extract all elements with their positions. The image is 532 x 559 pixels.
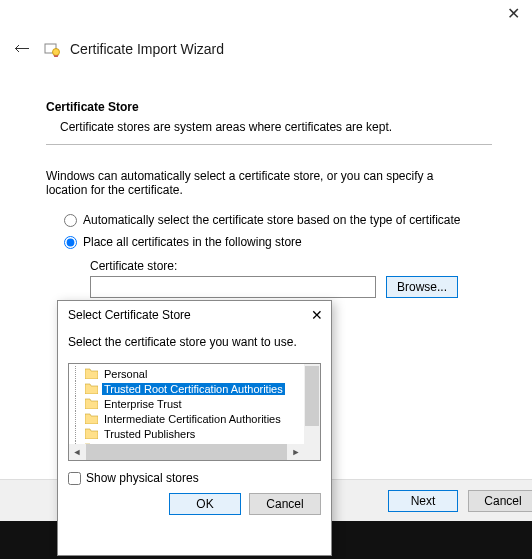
radio-auto-select[interactable]: Automatically select the certificate sto…	[64, 213, 492, 227]
store-tree[interactable]: PersonalTrusted Root Certification Autho…	[68, 363, 321, 461]
dialog-cancel-button[interactable]: Cancel	[249, 493, 321, 515]
dialog-description: Select the certificate store you want to…	[68, 335, 321, 349]
section-description: Certificate stores are system areas wher…	[60, 120, 492, 134]
certificate-store-label: Certificate store:	[90, 259, 492, 273]
section-title: Certificate Store	[46, 100, 492, 114]
show-physical-stores[interactable]: Show physical stores	[68, 471, 321, 485]
close-button[interactable]: ✕	[507, 4, 520, 23]
wizard-body: Certificate Store Certificate stores are…	[46, 100, 492, 298]
scroll-left-icon[interactable]: ◄	[69, 444, 85, 460]
dialog-titlebar: Select Certificate Store ✕	[58, 301, 331, 329]
folder-icon	[85, 413, 98, 424]
dialog-close-button[interactable]: ✕	[311, 307, 323, 323]
instruction-text: Windows can automatically select a certi…	[46, 169, 466, 197]
folder-icon	[85, 368, 98, 379]
certificate-wizard-icon	[44, 41, 60, 57]
svg-point-1	[53, 49, 60, 56]
show-physical-checkbox[interactable]	[68, 472, 81, 485]
dialog-ok-button[interactable]: OK	[169, 493, 241, 515]
dialog-title: Select Certificate Store	[68, 308, 191, 322]
radio-place-all[interactable]: Place all certificates in the following …	[64, 235, 492, 249]
wizard-header: 🡐 Certificate Import Wizard	[10, 38, 522, 60]
tree-item-label: Enterprise Trust	[102, 398, 184, 410]
tree-item[interactable]: Enterprise Trust	[75, 396, 302, 411]
certificate-store-input[interactable]	[90, 276, 376, 298]
wizard-title: Certificate Import Wizard	[70, 41, 224, 57]
radio-auto-label: Automatically select the certificate sto…	[83, 213, 461, 227]
tree-item[interactable]: Personal	[75, 366, 302, 381]
show-physical-label: Show physical stores	[86, 471, 199, 485]
browse-button[interactable]: Browse...	[386, 276, 458, 298]
tree-item-label: Intermediate Certification Authorities	[102, 413, 283, 425]
radio-place-input[interactable]	[64, 236, 77, 249]
radio-place-label: Place all certificates in the following …	[83, 235, 302, 249]
divider	[46, 144, 492, 145]
folder-icon	[85, 398, 98, 409]
radio-auto-input[interactable]	[64, 214, 77, 227]
tree-item[interactable]: Intermediate Certification Authorities	[75, 411, 302, 426]
select-store-dialog: Select Certificate Store ✕ Select the ce…	[57, 300, 332, 556]
folder-icon	[85, 383, 98, 394]
folder-icon	[85, 428, 98, 439]
vertical-scrollbar[interactable]	[304, 364, 320, 444]
tree-item[interactable]: Trusted Publishers	[75, 426, 302, 441]
tree-item-label: Personal	[102, 368, 149, 380]
dialog-footer: OK Cancel	[58, 485, 331, 525]
certificate-store-group: Certificate store: Browse...	[90, 259, 492, 298]
scroll-right-icon[interactable]: ►	[288, 444, 304, 460]
tree-item[interactable]: Trusted Root Certification Authorities	[75, 381, 302, 396]
back-button[interactable]: 🡐	[10, 38, 34, 60]
horizontal-scrollbar[interactable]: ◄ ►	[69, 444, 304, 460]
cancel-button[interactable]: Cancel	[468, 490, 532, 512]
scroll-corner	[304, 444, 320, 460]
window: ✕ 🡐 Certificate Import Wizard Certificat…	[0, 0, 532, 559]
tree-item-label: Trusted Root Certification Authorities	[102, 383, 285, 395]
next-button[interactable]: Next	[388, 490, 458, 512]
tree-item-label: Trusted Publishers	[102, 428, 197, 440]
